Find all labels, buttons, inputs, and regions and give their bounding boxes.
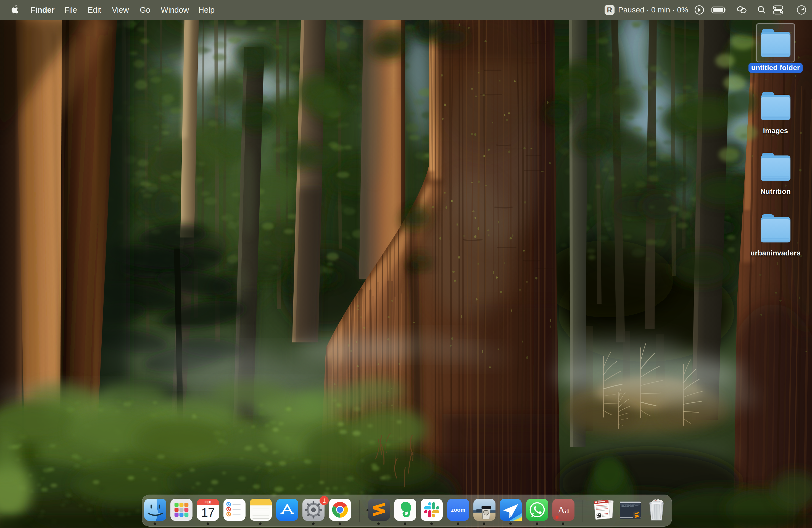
svg-text:Aa: Aa (557, 504, 569, 516)
svg-text:17: 17 (201, 505, 215, 519)
svg-text:FEB: FEB (204, 500, 211, 504)
svg-text:zoom: zoom (451, 507, 465, 513)
